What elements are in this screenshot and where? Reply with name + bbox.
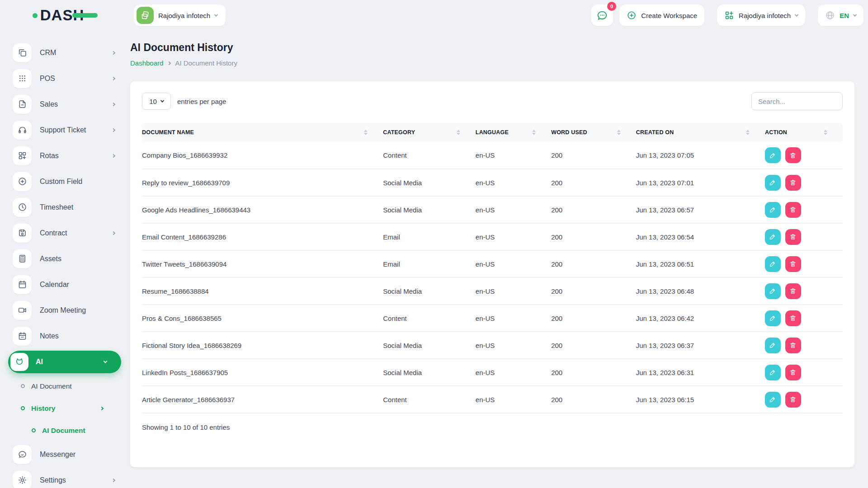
delete-button[interactable] [785,256,801,272]
cell-category: Email [383,223,476,250]
sidebar-item-custom-field[interactable]: Custom Field [13,169,121,194]
edit-button[interactable] [765,310,781,326]
row-actions [765,202,843,218]
table-row: Fictional Story Idea_1686638269 Social M… [142,332,843,359]
ai-fox-icon [10,353,28,371]
edit-button[interactable] [765,202,781,218]
table-header-row: DOCUMENT NAME CATEGORY LANGUAGE WORD USE… [142,123,843,142]
edit-button[interactable] [765,147,781,163]
column-header-action[interactable]: ACTION [765,123,843,142]
sidebar-item-crm[interactable]: CRM [13,40,121,66]
delete-button[interactable] [785,310,801,326]
chevron-right-icon [112,102,115,106]
edit-button[interactable] [765,392,781,408]
cell-word-used: 200 [551,332,636,359]
cell-language: en-US [476,386,551,413]
sidebar-item-settings[interactable]: Settings [13,467,121,488]
sidebar-item-support-ticket[interactable]: Support Ticket [13,117,121,143]
pencil-icon [769,206,776,213]
brand-logo[interactable]: DASH [0,7,130,24]
page-size-select[interactable]: 10 [142,93,171,110]
chevron-right-icon [112,154,115,157]
pencil-icon [769,396,776,403]
delete-button[interactable] [785,229,801,245]
language-dropdown[interactable]: EN [818,5,863,26]
account-dropdown[interactable]: Rajodiya infotech [717,5,805,26]
cell-language: en-US [476,332,551,359]
sidebar-item-zoom-meeting[interactable]: Zoom Meeting [13,297,121,323]
create-workspace-label: Create Workspace [641,12,697,19]
sort-icon [457,130,460,135]
delete-button[interactable] [785,338,801,353]
plus-circle-icon [627,10,637,20]
cell-language: en-US [476,196,551,223]
sidebar-item-ai[interactable]: AI [8,351,121,373]
sidebar-item-assets[interactable]: Assets [13,246,121,272]
sidebar-subitem-ai-document[interactable]: AI Document [13,375,121,397]
edit-button[interactable] [765,229,781,245]
delete-button[interactable] [785,365,801,380]
trash-icon [789,342,797,349]
sort-icon [532,130,536,135]
chevron-down-icon [104,359,107,363]
sidebar-item-timesheet[interactable]: Timesheet [13,194,121,220]
sidebar-item-pos[interactable]: POS [13,66,121,91]
calculator-icon [13,249,32,268]
cell-document-name: Resume_1686638884 [142,277,383,305]
workspace-switcher[interactable]: Rajodiya infotech [134,5,226,26]
sidebar-item-contract[interactable]: Contract [13,220,121,246]
sidebar-item-messenger[interactable]: Messenger [13,441,121,467]
cell-created-on: Jun 13, 2023 06:48 [636,277,765,305]
cell-language: en-US [476,305,551,332]
row-actions [765,310,843,326]
top-header: DASH Rajodiya infotech 0 Create Workspac… [0,0,868,31]
create-workspace-button[interactable]: Create Workspace [619,5,704,26]
sidebar-subitem-history[interactable]: History [13,397,121,419]
cell-word-used: 200 [551,196,636,223]
column-header-word-used[interactable]: WORD USED [551,123,636,142]
edit-button[interactable] [765,175,781,191]
column-header-category[interactable]: CATEGORY [383,123,476,142]
column-header-document-name[interactable]: DOCUMENT NAME [142,123,383,142]
table-row: LinkedIn Posts_1686637905 Social Media e… [142,359,843,386]
column-header-created-on[interactable]: CREATED ON [636,123,765,142]
sidebar-subitem-history-ai-document[interactable]: AI Document [13,419,121,441]
cell-category: Social Media [383,169,476,196]
edit-button[interactable] [765,365,781,380]
messages-button[interactable]: 0 [591,5,613,26]
entries-per-page-label: entries per page [177,98,226,105]
cell-document-name: LinkedIn Posts_1686637905 [142,359,383,386]
sidebar-item-sales[interactable]: Sales [13,91,121,117]
cell-word-used: 200 [551,305,636,332]
edit-button[interactable] [765,283,781,299]
plus-circle-icon [13,172,32,191]
edit-button[interactable] [765,256,781,272]
table-row: Email Content_1686639286 Email en-US 200… [142,223,843,250]
sidebar-item-rotas[interactable]: Rotas [13,143,121,169]
trash-icon [789,396,797,403]
cell-document-name: Pros & Cons_1686638565 [142,305,383,332]
table-controls: 10 entries per page [142,92,843,110]
search-input[interactable] [751,92,843,110]
pencil-icon [769,369,776,376]
column-header-language[interactable]: LANGUAGE [476,123,551,142]
grid-dots-icon [13,69,32,88]
cell-language: en-US [476,359,551,386]
table-row: Company Bios_1686639932 Content en-US 20… [142,142,843,169]
chevron-down-icon [214,13,218,16]
sidebar-item-notes[interactable]: Notes [13,323,121,349]
sidebar-item-calendar[interactable]: Calendar [13,272,121,297]
breadcrumb-dashboard-link[interactable]: Dashboard [130,59,163,67]
delete-button[interactable] [785,175,801,191]
breadcrumb-separator-icon [167,61,171,65]
clock-icon [13,198,32,217]
pencil-icon [769,342,776,349]
delete-button[interactable] [785,202,801,218]
row-actions [765,229,843,245]
delete-button[interactable] [785,147,801,163]
unread-count-badge: 0 [607,2,616,11]
delete-button[interactable] [785,283,801,299]
entries-summary: Showing 1 to 10 of 10 entries [142,413,843,431]
delete-button[interactable] [785,392,801,408]
edit-button[interactable] [765,338,781,353]
